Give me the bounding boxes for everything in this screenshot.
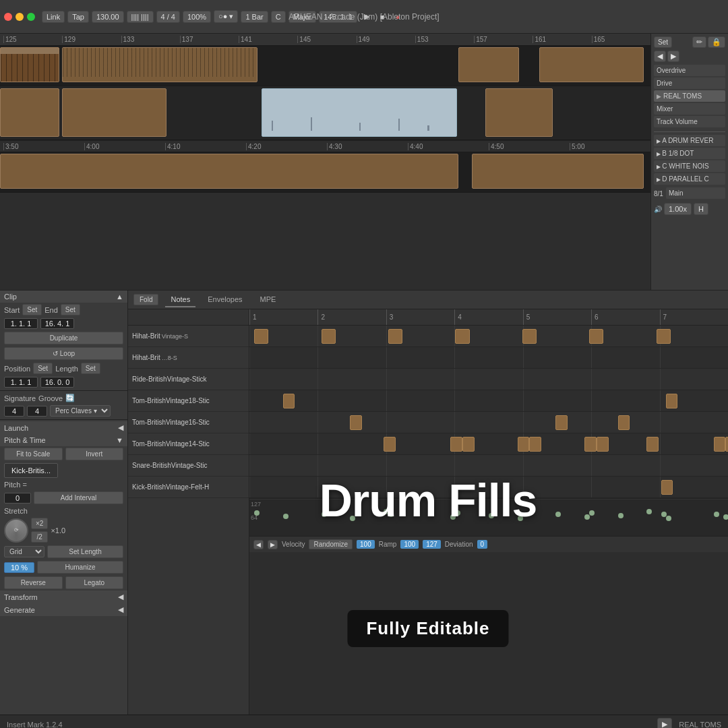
cell-1-2[interactable] [317, 347, 386, 368]
minimize-button[interactable] [16, 13, 24, 21]
vel-dot-15[interactable] [646, 509, 652, 514]
note-5-2[interactable] [450, 437, 462, 452]
groove-select[interactable]: Perc Claves ▾ [50, 405, 111, 417]
key-root-display[interactable]: C [271, 11, 286, 23]
cell-6-3[interactable] [386, 455, 454, 476]
vel-dot-7[interactable] [450, 514, 456, 520]
position-value[interactable]: 1. 1. 1 [4, 377, 38, 388]
grid-row-0[interactable] [249, 326, 728, 347]
humanize-pct[interactable]: 10 % [4, 562, 34, 573]
duplicate-button[interactable]: Duplicate [4, 332, 123, 344]
cell-6-6[interactable] [591, 455, 659, 476]
grid-row-7[interactable] [249, 477, 728, 498]
grid-row-2[interactable] [249, 369, 728, 390]
drum-row-tom16[interactable]: Tom-BritishVintage16-Stic [128, 412, 249, 433]
play-status-button[interactable]: ▶ [657, 718, 672, 728]
randomize-button[interactable]: Randomize [309, 539, 353, 549]
zoom-display[interactable]: 100% [183, 11, 211, 23]
cell-7-6[interactable] [591, 477, 659, 497]
vel-prev-button[interactable]: ◀ [253, 540, 264, 549]
cell-1-3[interactable] [386, 347, 454, 368]
drum-row-hihat2[interactable]: Hihat-Brit …8-S [128, 347, 249, 369]
pitch-display[interactable]: Kick-Britis... [4, 463, 58, 478]
cell-6-5[interactable] [523, 455, 591, 476]
cell-1-1[interactable] [249, 347, 317, 368]
pos-set-button[interactable]: Set [33, 363, 53, 374]
arrangement-track-2[interactable] [0, 86, 650, 140]
note-4-2[interactable] [555, 415, 568, 430]
chain-d[interactable]: ▶ D PARALLEL C [654, 173, 725, 185]
overdrive-item[interactable]: Overdrive [654, 65, 725, 76]
transform-header[interactable]: Transform ◀ [0, 590, 127, 603]
vel-dot-10[interactable] [518, 516, 523, 521]
deviation-val[interactable]: 0 [477, 540, 488, 549]
h-button[interactable]: H [694, 203, 708, 215]
set-length-button[interactable]: Set Length [47, 545, 123, 558]
cell-3-3[interactable] [386, 390, 454, 411]
cell-6-1[interactable] [249, 455, 317, 476]
drum-row-hihat1[interactable]: Hihat-Brit Vintage-S [128, 326, 249, 347]
reverse-button[interactable]: Reverse [4, 576, 63, 589]
cell-4-7[interactable] [660, 412, 728, 433]
fold-button[interactable]: Fold [133, 294, 158, 305]
cell-2-1[interactable] [249, 369, 317, 390]
vel-dot-3[interactable] [322, 512, 327, 517]
note-0-1[interactable] [254, 329, 268, 344]
len-set-button[interactable]: Set [81, 363, 100, 374]
vel-dot-16[interactable] [661, 512, 667, 517]
note-4-1[interactable] [350, 415, 362, 430]
cell-2-3[interactable] [386, 369, 454, 390]
cell-1-6[interactable] [591, 347, 659, 368]
cell-3-4[interactable] [454, 390, 522, 411]
drum-row-kick[interactable]: Kick-BritishVintage-Felt-H [128, 477, 249, 498]
scroll-left-button[interactable]: ◀ [654, 51, 666, 62]
note-5-6[interactable] [584, 437, 597, 452]
scroll-right-button[interactable]: ▶ [667, 51, 679, 62]
cell-1-4[interactable] [454, 347, 522, 368]
track-volume-item[interactable]: Track Volume [654, 116, 725, 127]
note-0-3[interactable] [388, 329, 402, 344]
cell-3-2[interactable] [317, 390, 386, 411]
pencil-button[interactable]: ✏ [692, 36, 706, 48]
generate-header[interactable]: Generate ◀ [0, 603, 127, 616]
note-5-5[interactable] [529, 437, 541, 452]
note-5-10[interactable] [725, 437, 728, 452]
cell-6-2[interactable] [317, 455, 386, 476]
note-3-2[interactable] [666, 394, 678, 408]
vel-val3[interactable]: 127 [423, 540, 441, 549]
cell-1-5[interactable] [523, 347, 591, 368]
cell-1-7[interactable] [660, 347, 728, 368]
loop-button[interactable]: ↺ Loop [4, 347, 123, 360]
drum-row-tom18[interactable]: Tom-BritishVintage18-Stic [128, 390, 249, 412]
launch-header[interactable]: Launch ◀ [0, 421, 127, 434]
cell-4-1[interactable] [249, 412, 317, 433]
rate-display[interactable]: 1.00x [664, 203, 692, 215]
note-5-7[interactable] [597, 437, 609, 452]
vel-val2[interactable]: 100 [400, 540, 419, 549]
link-button[interactable]: Link [42, 11, 65, 23]
chain-a[interactable]: ▶ A DRUM REVER [654, 135, 725, 146]
note-0-5[interactable] [522, 329, 537, 344]
grid-row-4[interactable] [249, 412, 728, 433]
vel-dot-2[interactable] [283, 514, 289, 519]
tap-button[interactable]: Tap [67, 11, 89, 23]
length-value[interactable]: 16. 0. 0 [40, 377, 74, 388]
note-5-3[interactable] [462, 437, 475, 452]
drum-row-snare[interactable]: Snare-BritishVintage-Stic [128, 455, 249, 477]
grid-row-1[interactable] [249, 347, 728, 369]
midi-grid[interactable]: 1 2 3 4 5 6 7 [249, 309, 728, 715]
cell-2-6[interactable] [591, 369, 659, 390]
add-interval-button[interactable]: Add Interval [34, 491, 123, 504]
vel-dot-8[interactable] [455, 510, 460, 516]
vel-dot-6[interactable] [388, 512, 394, 517]
time-sig-display[interactable]: 4 / 4 [156, 11, 180, 23]
note-0-7[interactable] [657, 329, 671, 344]
sig-num[interactable]: 4 [4, 406, 24, 417]
cell-2-4[interactable] [454, 369, 522, 390]
lock-button[interactable]: 🔒 [708, 36, 725, 48]
cell-4-4[interactable] [454, 412, 522, 433]
note-3-1[interactable] [283, 394, 295, 408]
vel-dot-12[interactable] [584, 514, 590, 520]
clip-7[interactable] [485, 88, 553, 137]
bpm-display[interactable]: 130.00 [92, 11, 124, 23]
